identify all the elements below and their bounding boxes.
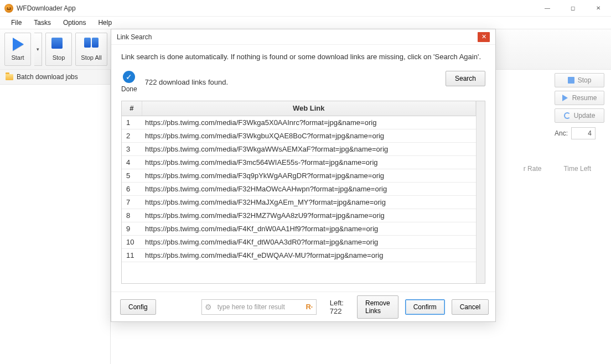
row-number: 3 bbox=[122, 142, 142, 155]
row-number: 4 bbox=[122, 155, 142, 169]
row-url: https://pbs.twimg.com/media/F3WkgbuXQAE8… bbox=[142, 129, 476, 142]
table-row[interactable]: 4https://pbs.twimg.com/media/F3mc564WIAE… bbox=[122, 155, 476, 169]
anc-row: Anc: 4 bbox=[555, 127, 604, 139]
table-row[interactable]: 11https://pbs.twimg.com/media/F4Kf_eDWQA… bbox=[122, 248, 476, 262]
stop-icon bbox=[51, 38, 66, 52]
row-number: 7 bbox=[122, 195, 142, 209]
start-label: Start bbox=[11, 54, 24, 61]
maximize-button[interactable]: ◻ bbox=[560, 0, 586, 17]
dialog-body: Link search is done automatically. If no… bbox=[111, 45, 495, 292]
links-table: # Web Link 1https://pbs.twimg.com/media/… bbox=[122, 101, 476, 262]
search-again-button[interactable]: Search bbox=[446, 71, 485, 86]
cancel-button[interactable]: Cancel bbox=[452, 299, 489, 315]
menu-tasks[interactable]: Tasks bbox=[28, 18, 56, 28]
table-row[interactable]: 2https://pbs.twimg.com/media/F3WkgbuXQAE… bbox=[122, 129, 476, 142]
side-actions: Stop Resume Update Anc: 4 bbox=[555, 73, 604, 139]
dialog-footer: Config ⚙ R• Left: 722 Remove Links Confi… bbox=[111, 292, 495, 321]
row-url: https://pbs.twimg.com/media/F4Kf_dnW0AA1… bbox=[142, 222, 476, 235]
start-button[interactable]: Start bbox=[4, 33, 31, 66]
folder-icon bbox=[6, 74, 13, 80]
col-weblink[interactable]: Web Link bbox=[142, 101, 476, 116]
status-row: ✓ Done 722 download links found. Search bbox=[121, 71, 485, 93]
done-indicator: ✓ Done bbox=[121, 71, 137, 93]
check-icon: ✓ bbox=[123, 71, 135, 83]
row-url: https://pbs.twimg.com/media/F3Wkga5X0AAI… bbox=[142, 116, 476, 129]
table-row[interactable]: 7https://pbs.twimg.com/media/F32HMaJXgAE… bbox=[122, 195, 476, 209]
confirm-button[interactable]: Confirm bbox=[405, 299, 445, 315]
stop-label: Stop bbox=[53, 54, 65, 61]
minimize-button[interactable]: — bbox=[535, 0, 560, 17]
col-number[interactable]: # bbox=[122, 101, 142, 116]
side-resume-button[interactable]: Resume bbox=[555, 91, 604, 105]
table-row[interactable]: 3https://pbs.twimg.com/media/F3WkgaWWsAE… bbox=[122, 142, 476, 155]
anc-value[interactable]: 4 bbox=[571, 127, 596, 139]
row-number: 2 bbox=[122, 129, 142, 142]
table-row[interactable]: 9https://pbs.twimg.com/media/F4Kf_dnW0AA… bbox=[122, 222, 476, 235]
window-controls: — ◻ ✕ bbox=[535, 0, 611, 17]
menu-options[interactable]: Options bbox=[58, 18, 91, 28]
remove-links-button[interactable]: Remove Links bbox=[357, 295, 398, 319]
row-url: https://pbs.twimg.com/media/F4Kf_eDWQAAV… bbox=[142, 248, 476, 262]
row-number: 5 bbox=[122, 169, 142, 182]
play-icon bbox=[11, 38, 25, 52]
left-count: Left: 722 bbox=[330, 299, 344, 315]
sidebar: Batch download jobs bbox=[0, 70, 111, 364]
dialog-instruction: Link search is done automatically. If no… bbox=[121, 53, 485, 61]
close-button[interactable]: ✕ bbox=[586, 0, 611, 17]
row-url: https://pbs.twimg.com/media/F32HMaOWcAAH… bbox=[142, 182, 476, 195]
row-url: https://pbs.twimg.com/media/F32HMZ7WgAA8… bbox=[142, 209, 476, 222]
row-number: 11 bbox=[122, 248, 142, 262]
scrollbar[interactable] bbox=[476, 101, 485, 283]
dialog-titlebar: Link Search ✕ bbox=[111, 29, 495, 45]
side-update-button[interactable]: Update bbox=[555, 108, 604, 123]
sidebar-item-label: Batch download jobs bbox=[17, 73, 78, 81]
row-number: 6 bbox=[122, 182, 142, 195]
stop-button[interactable]: Stop bbox=[45, 33, 72, 66]
links-table-wrap: # Web Link 1https://pbs.twimg.com/media/… bbox=[121, 101, 485, 284]
dialog-close-button[interactable]: ✕ bbox=[478, 32, 490, 42]
dialog-title: Link Search bbox=[117, 33, 152, 41]
row-url: https://pbs.twimg.com/media/F32HMaJXgAEm… bbox=[142, 195, 476, 209]
anc-label: Anc: bbox=[555, 129, 568, 137]
app-icon: ω bbox=[4, 4, 13, 13]
row-url: https://pbs.twimg.com/media/F3WkgaWWsAEM… bbox=[142, 142, 476, 155]
bg-col-time: Time Left bbox=[563, 165, 591, 173]
link-search-dialog: Link Search ✕ Link search is done automa… bbox=[111, 29, 496, 322]
table-row[interactable]: 8https://pbs.twimg.com/media/F32HMZ7WgAA… bbox=[122, 209, 476, 222]
bg-col-rate: r Rate bbox=[524, 165, 542, 173]
side-stop-button[interactable]: Stop bbox=[555, 73, 604, 87]
bg-column-headers: r Rate Time Left bbox=[524, 165, 591, 173]
titlebar: ω WFDownloader App — ◻ ✕ bbox=[0, 0, 611, 17]
side-stop-label: Stop bbox=[578, 76, 592, 84]
stop-all-icon bbox=[84, 38, 99, 52]
table-row[interactable]: 5https://pbs.twimg.com/media/F3q9pYkWgAA… bbox=[122, 169, 476, 182]
start-dropdown[interactable]: ▾ bbox=[34, 33, 42, 66]
done-label: Done bbox=[121, 85, 137, 93]
row-number: 8 bbox=[122, 209, 142, 222]
stopall-button[interactable]: Stop All bbox=[75, 33, 107, 66]
window-title: WFDownloader App bbox=[17, 4, 76, 12]
filter-field[interactable]: ⚙ R• bbox=[201, 299, 317, 315]
stop-icon bbox=[568, 77, 574, 84]
gear-icon: ⚙ bbox=[202, 303, 215, 311]
row-number: 9 bbox=[122, 222, 142, 235]
regex-icon[interactable]: R• bbox=[303, 303, 316, 311]
stopall-label: Stop All bbox=[81, 54, 101, 61]
row-number: 10 bbox=[122, 235, 142, 248]
links-table-scroll[interactable]: # Web Link 1https://pbs.twimg.com/media/… bbox=[122, 101, 476, 283]
menu-help[interactable]: Help bbox=[92, 18, 117, 28]
row-url: https://pbs.twimg.com/media/F4Kf_dtW0AA3… bbox=[142, 235, 476, 248]
play-icon bbox=[562, 95, 569, 101]
found-text: 722 download links found. bbox=[145, 78, 228, 86]
refresh-icon bbox=[564, 112, 571, 119]
table-row[interactable]: 6https://pbs.twimg.com/media/F32HMaOWcAA… bbox=[122, 182, 476, 195]
table-row[interactable]: 10https://pbs.twimg.com/media/F4Kf_dtW0A… bbox=[122, 235, 476, 248]
row-url: https://pbs.twimg.com/media/F3q9pYkWgAAR… bbox=[142, 169, 476, 182]
filter-input[interactable] bbox=[215, 303, 303, 311]
config-button[interactable]: Config bbox=[120, 299, 156, 315]
sidebar-item-batch[interactable]: Batch download jobs bbox=[0, 70, 110, 85]
side-resume-label: Resume bbox=[572, 94, 597, 102]
menu-file[interactable]: File bbox=[6, 18, 27, 28]
row-url: https://pbs.twimg.com/media/F3mc564WIAE5… bbox=[142, 155, 476, 169]
table-row[interactable]: 1https://pbs.twimg.com/media/F3Wkga5X0AA… bbox=[122, 116, 476, 129]
